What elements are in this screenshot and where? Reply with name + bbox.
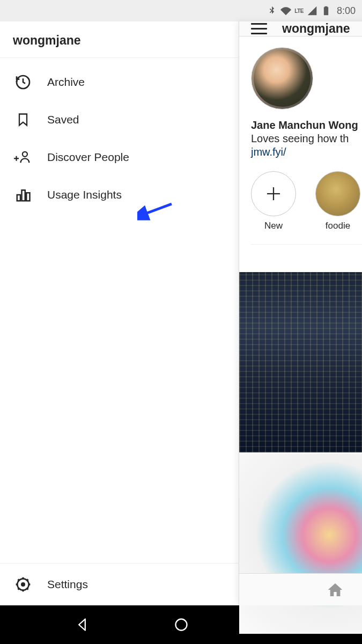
drawer-item-label: Discover People <box>47 151 129 164</box>
network-label: LTE <box>294 8 304 14</box>
drawer-item-label: Saved <box>47 113 79 126</box>
chart-icon <box>14 186 32 204</box>
wifi-icon <box>280 5 291 16</box>
drawer-item-archive[interactable]: Archive <box>0 63 239 101</box>
svg-line-9 <box>143 204 172 215</box>
svg-point-1 <box>23 152 27 157</box>
gear-icon <box>14 575 32 594</box>
svg-point-14 <box>175 619 187 631</box>
drawer-item-label: Settings <box>47 578 88 591</box>
back-button[interactable] <box>75 617 90 632</box>
discover-people-icon <box>14 148 32 166</box>
side-drawer: wongmjane Archive Saved Discover People <box>0 21 239 605</box>
profile-header: wongmjane <box>239 21 362 36</box>
highlight-thumbnail <box>315 171 360 216</box>
battery-icon <box>321 5 331 16</box>
bluetooth-icon <box>267 5 277 16</box>
svg-point-8 <box>21 582 25 587</box>
plus-icon <box>251 171 296 216</box>
home-icon[interactable] <box>327 581 344 598</box>
highlight-foodie[interactable]: foodie <box>315 171 360 231</box>
drawer-item-label: Usage Insights <box>47 188 122 201</box>
drawer-item-saved[interactable]: Saved <box>0 101 239 138</box>
profile-username: wongmjane <box>282 21 350 36</box>
highlight-label: New <box>264 221 283 231</box>
highlight-label: foodie <box>326 221 350 231</box>
avatar[interactable] <box>251 47 313 109</box>
bookmark-icon <box>14 111 32 129</box>
home-button[interactable] <box>174 617 189 632</box>
menu-button[interactable] <box>251 23 267 35</box>
post-thumbnail[interactable] <box>239 454 362 634</box>
svg-rect-6 <box>26 193 29 201</box>
bio-text: Loves seeing how th <box>251 133 362 145</box>
display-name: Jane Manchun Wong <box>251 119 362 131</box>
drawer-item-settings[interactable]: Settings <box>0 563 239 605</box>
svg-rect-5 <box>22 190 25 201</box>
status-bar: LTE 8:00 <box>0 0 362 21</box>
drawer-username: wongmjane <box>0 21 239 58</box>
grid-tab[interactable] <box>251 244 362 272</box>
bio-link[interactable]: jmw.fyi/ <box>251 146 362 158</box>
drawer-item-usage-insights[interactable]: Usage Insights <box>0 176 239 214</box>
signal-icon <box>307 5 317 16</box>
clock-label: 8:00 <box>337 5 356 17</box>
highlight-new[interactable]: New <box>251 171 296 231</box>
svg-rect-4 <box>17 195 20 201</box>
annotation-arrow <box>137 200 175 221</box>
bottom-nav <box>239 573 362 605</box>
post-thumbnail[interactable] <box>239 272 362 452</box>
archive-icon <box>14 73 32 91</box>
drawer-item-label: Archive <box>47 76 85 89</box>
drawer-item-discover[interactable]: Discover People <box>0 138 239 176</box>
profile-page: wongmjane Jane Manchun Wong Loves seeing… <box>239 21 362 605</box>
